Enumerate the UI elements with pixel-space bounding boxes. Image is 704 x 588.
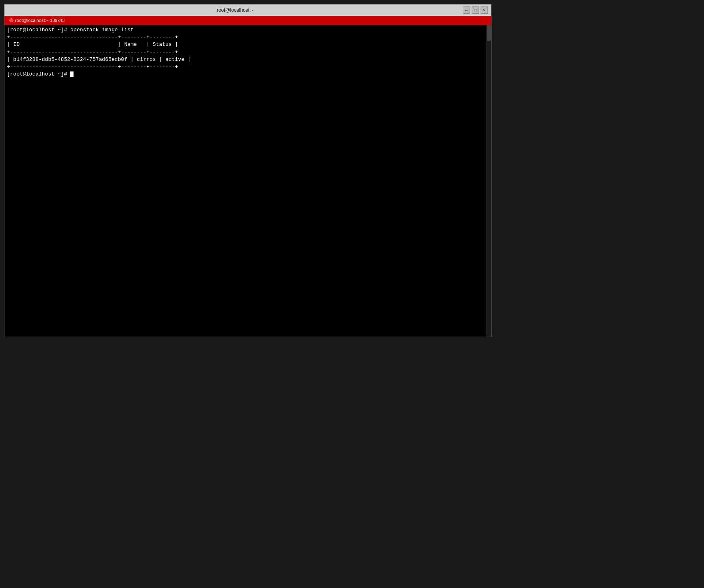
cursor [70, 71, 74, 77]
minimize-button[interactable]: — [463, 6, 470, 14]
tab-dot-icon [9, 18, 13, 22]
scrollbar[interactable] [486, 25, 491, 337]
terminal-line-4: +----------------------------------+----… [7, 49, 489, 56]
terminal-line-2: +----------------------------------+----… [7, 34, 489, 41]
terminal-line-5: | b14f3288-ddb5-4852-8324-757ad65ecb0f |… [7, 56, 489, 63]
terminal-window[interactable]: root@localhost:~ — □ ✕ root@localhost:~ … [4, 4, 492, 337]
tab-bar: root@localhost:~ 139x43 [4, 16, 491, 25]
close-button[interactable]: ✕ [481, 6, 488, 14]
maximize-button[interactable]: □ [472, 6, 479, 14]
window-title: root@localhost:~ [8, 7, 463, 13]
window-buttons[interactable]: — □ ✕ [463, 6, 488, 14]
terminal-line-6: +----------------------------------+----… [7, 63, 489, 71]
tab-item-terminal[interactable]: root@localhost:~ 139x43 [6, 16, 68, 24]
terminal-line-1: [root@localhost ~]# openstack image list [7, 26, 489, 34]
terminal-body[interactable]: [root@localhost ~]# openstack image list… [4, 25, 491, 337]
scrollbar-thumb[interactable] [487, 25, 491, 41]
terminal-line-3: | ID | Name | Status | [7, 41, 489, 48]
title-bar: root@localhost:~ — □ ✕ [4, 4, 491, 16]
tab-title: root@localhost:~ 139x43 [15, 18, 65, 23]
terminal-line-7: [root@localhost ~]# [7, 71, 489, 78]
